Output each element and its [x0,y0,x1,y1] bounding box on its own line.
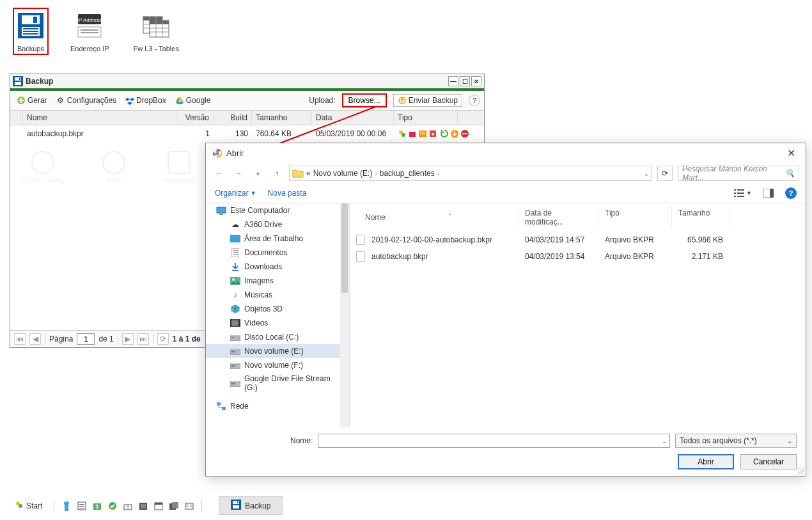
breadcrumb-seg[interactable]: Novo volume (E:) [313,169,373,178]
close-button[interactable]: ✕ [471,76,481,86]
sidebar-item-musicas[interactable]: ♪Músicas [206,288,349,302]
minimize-button[interactable]: — [448,76,458,86]
maximize-button[interactable]: ☐ [460,76,470,86]
nav-up-button[interactable]: ↑ [270,166,284,180]
sidebar-item-desktop[interactable]: Área de Trabalho [206,232,349,246]
desktop-icon-fw-tables[interactable]: Fw L3 - Tables [131,8,182,55]
dialog-body: Este Computador ☁A360 Drive Área de Trab… [206,203,806,427]
cell-tamanho: 760.64 KB [252,127,312,141]
organizar-button[interactable]: Organizar ▼ [215,189,256,198]
col-header-nome[interactable]: Nome [23,111,176,125]
sidebar-item-este-computador[interactable]: Este Computador [206,203,349,217]
pager-page-input[interactable] [77,333,95,345]
svg-rect-98 [185,503,193,509]
enviar-backup-button[interactable]: Enviar Backup [393,94,462,107]
resize-grip[interactable] [797,467,804,475]
col-header-data[interactable]: Data de modificaç... [519,206,598,229]
taskbar-icon[interactable] [61,500,72,512]
col-header-tipo[interactable]: Tipo [598,206,672,229]
desktop-icon-backups[interactable]: Backups [13,8,49,55]
browse-button[interactable]: Browse... [342,93,387,107]
breadcrumb-sep[interactable]: « [306,169,311,178]
video-icon [230,318,240,328]
sidebar-item-disco-c[interactable]: Disco Local (C:) [206,330,349,344]
taskbar-icon[interactable] [137,500,149,512]
col-header-tamanho[interactable]: Tamanho [672,206,730,229]
taskbar-icon[interactable] [168,500,180,512]
close-button[interactable]: ✕ [783,147,799,159]
google-button[interactable]: Google [173,95,214,106]
configuracoes-button[interactable]: ⚙ Configurações [54,95,119,106]
nav-forward-button[interactable]: → [231,166,246,180]
search-input[interactable]: Pesquisar Márcio Keison Mart... 🔍 [678,166,799,181]
col-header-versao[interactable]: Versão [176,111,214,125]
taskbar-icon[interactable] [76,500,88,512]
sidebar-item-objetos3d[interactable]: Objetos 3D [206,302,349,316]
svg-rect-102 [190,507,192,507]
breadcrumb-seg[interactable]: backup_clientes [380,169,435,178]
start-button[interactable]: Start [10,498,47,514]
sidebar-scrollbar[interactable] [340,203,349,427]
breadcrumb-dropdown[interactable]: ⌄ [644,170,649,177]
taskbar-icon[interactable]: $ [91,500,103,512]
svg-rect-40 [462,133,467,134]
nav-back-button[interactable]: ← [212,166,226,180]
download-icon[interactable] [450,129,459,138]
col-header-tipo[interactable]: Tipo [394,111,458,125]
breadcrumb[interactable]: « Novo volume (E:) › backup_clientes › ⌄ [289,166,652,181]
svg-rect-47 [737,189,744,191]
filename-input[interactable] [321,436,662,445]
help-button[interactable]: ? [785,187,797,199]
pager-next-button[interactable]: ▶ [122,333,134,345]
col-header-nome[interactable]: Nome ⌃ [350,206,519,229]
open-button[interactable]: Abrir [678,454,734,469]
taskbar-app-backup[interactable]: Backup [219,496,283,515]
filename-dropdown[interactable]: ⌄ [662,437,667,445]
svg-point-82 [64,501,69,505]
pager-last-button[interactable]: ⏭ [137,333,149,345]
window-title-bar[interactable]: Backup — ☐ ✕ [10,74,484,91]
nav-recent-button[interactable]: ▾ [251,166,265,180]
taskbar-icon[interactable] [107,500,118,512]
svg-rect-51 [737,196,744,197]
drive-icon [230,332,240,342]
sidebar-item-videos[interactable]: Vídeos [206,316,349,330]
sidebar-item-volume-f[interactable]: Novo volume (F:) [206,358,349,372]
desktop-icon-endereco-ip[interactable]: IP Address Endereço IP [68,8,112,55]
col-header-data[interactable]: Data [312,111,394,125]
file-type-filter[interactable]: Todos os arquivos (*.*) ⌄ [675,434,797,448]
taskbar-icon[interactable]: $ [122,500,134,512]
view-mode-button[interactable]: ▼ [734,189,752,198]
dialog-title-bar[interactable]: Abrir ✕ [206,143,806,163]
col-header-tamanho[interactable]: Tamanho [252,111,312,125]
delete-icon[interactable] [460,129,469,138]
file-row[interactable]: 2019-02-12-00-00-autobackup.bkpr 04/03/2… [350,232,806,248]
col-header-build[interactable]: Build [214,111,252,125]
sidebar-item-documentos[interactable]: Documentos [206,246,349,260]
refresh-button[interactable]: ⟳ [657,166,673,181]
taskbar-icon[interactable] [153,500,164,512]
taskbar-icon[interactable] [183,500,195,512]
pager-prev-button[interactable]: ◀ [29,333,41,345]
preview-pane-button[interactable] [763,189,774,198]
table-row[interactable]: autobackup.bkpr 1 130 760.64 KB 05/03/20… [10,125,484,142]
svg-rect-10 [81,29,98,31]
pager-refresh-button[interactable]: ⟳ [157,333,169,345]
svg-point-31 [402,133,405,137]
sidebar-item-a360[interactable]: ☁A360 Drive [206,217,349,232]
refresh-icon[interactable] [440,129,449,138]
cancel-button[interactable]: Cancelar [740,454,797,469]
file-row[interactable]: autobackup.bkpr 04/03/2019 13:54 Arquivo… [350,248,806,265]
pager-first-button[interactable]: ⏮ [14,333,26,345]
sidebar-item-rede[interactable]: Rede [206,399,349,413]
drive-icon [230,378,240,388]
folder-icon [292,168,304,178]
gerar-button[interactable]: Gerar [14,95,50,106]
sidebar-item-volume-e[interactable]: Novo volume (E:) [206,344,349,358]
sidebar-item-imagens[interactable]: Imagens [206,274,349,288]
nova-pasta-button[interactable]: Nova pasta [268,189,307,198]
sidebar-item-downloads[interactable]: Downloads [206,260,349,274]
help-button[interactable]: ? [469,95,480,106]
dropbox-button[interactable]: DropBox [123,95,169,106]
sidebar-item-google-drive[interactable]: Google Drive File Stream (G:) [206,372,349,394]
